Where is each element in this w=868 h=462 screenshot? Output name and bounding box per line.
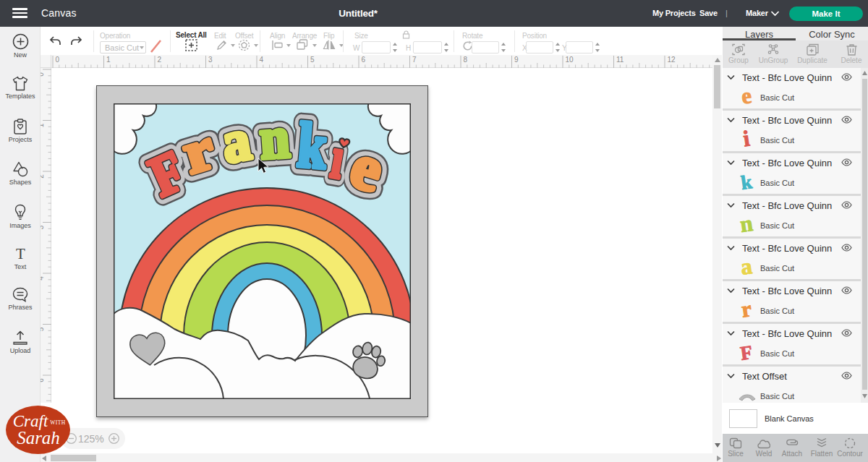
svg-text:8: 8: [464, 56, 468, 64]
svg-text:2: 2: [158, 56, 162, 64]
svg-text:e: e: [740, 87, 754, 106]
svg-text:i: i: [741, 130, 752, 149]
svg-text:3: 3: [41, 225, 45, 229]
svg-text:k: k: [295, 110, 330, 182]
svg-text:11: 11: [616, 56, 624, 64]
svg-text:0: 0: [41, 72, 45, 77]
svg-text:7: 7: [412, 56, 417, 64]
svg-text:r: r: [740, 301, 754, 320]
svg-text:2: 2: [41, 174, 45, 179]
svg-text:9: 9: [514, 56, 519, 64]
svg-text:Sarah: Sarah: [17, 428, 60, 448]
svg-text:10: 10: [566, 56, 574, 64]
svg-text:a: a: [739, 258, 754, 277]
svg-text:k: k: [739, 173, 753, 192]
svg-text:4: 4: [260, 56, 264, 64]
svg-text:4: 4: [41, 276, 45, 281]
svg-text:WITH: WITH: [50, 419, 66, 426]
svg-text:3: 3: [208, 56, 213, 64]
svg-text:6: 6: [362, 56, 366, 64]
svg-text:5: 5: [41, 327, 45, 331]
svg-text:5: 5: [310, 56, 315, 64]
svg-text:n: n: [739, 215, 754, 234]
svg-text:12: 12: [668, 56, 676, 64]
svg-text:F: F: [739, 343, 754, 362]
svg-text:0: 0: [56, 56, 60, 64]
svg-text:1: 1: [106, 56, 111, 64]
svg-text:1: 1: [41, 123, 45, 127]
svg-text:T: T: [16, 247, 25, 262]
svg-text:6: 6: [41, 378, 45, 382]
